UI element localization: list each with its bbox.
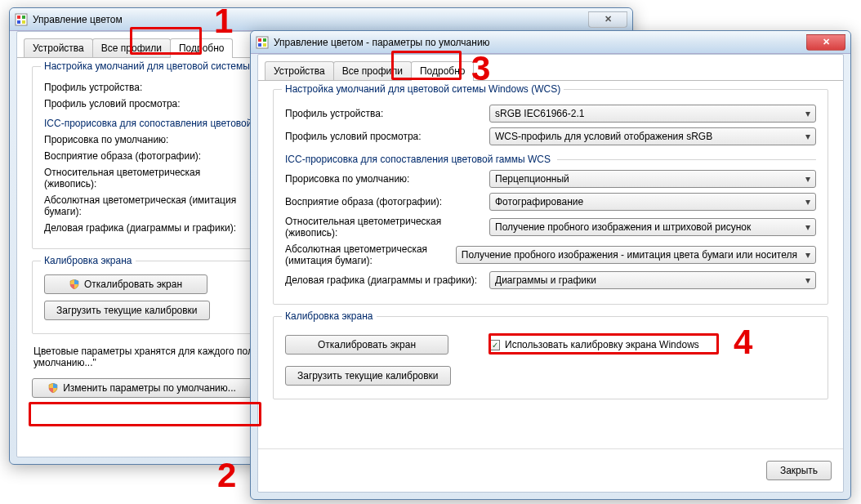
svg-rect-3 — [17, 20, 20, 24]
color-management-defaults-window: Управление цветом - параметры по умолчан… — [250, 30, 851, 500]
svg-rect-7 — [263, 38, 266, 42]
dialog-footer: Закрыть — [258, 448, 843, 492]
load-calibration-button[interactable]: Загрузить текущие калибровки — [285, 366, 451, 386]
change-defaults-button[interactable]: Изменить параметры по умолчанию... — [32, 378, 252, 398]
color-management-icon — [256, 36, 269, 49]
window-title: Управление цветом - параметры по умолчан… — [274, 37, 806, 48]
combo-value: sRGB IEC61966-2.1 — [495, 108, 584, 119]
group-legend: Калибровка экрана — [41, 255, 136, 266]
perceptual-combo[interactable]: Фотографирование — [489, 193, 816, 211]
uac-shield-icon — [69, 279, 79, 289]
tabs: Устройства Все профили Подробно — [258, 55, 843, 81]
close-button[interactable]: ✕ — [806, 34, 845, 51]
label-absolute-color: Абсолютная цветометрическая (имитация бу… — [285, 243, 456, 266]
combo-value: Получение пробного изображения и штрихов… — [495, 221, 751, 233]
relative-color-combo[interactable]: Получение пробного изображения и штрихов… — [489, 218, 816, 236]
close-dialog-button[interactable]: Закрыть — [766, 461, 832, 480]
titlebar[interactable]: Управление цветом - параметры по умолчан… — [251, 31, 850, 54]
group-legend: Настройка умолчаний для цветовой системы — [41, 60, 253, 72]
svg-rect-2 — [22, 16, 25, 19]
svg-rect-4 — [22, 20, 25, 24]
close-button[interactable]: ✕ — [588, 11, 627, 28]
tab-advanced[interactable]: Подробно — [170, 38, 234, 58]
label-relative-color: Относительная цветометрическая (живопись… — [44, 167, 248, 190]
svg-rect-6 — [258, 38, 261, 42]
combo-value: Перцепционный — [495, 173, 569, 185]
label-absolute-color: Абсолютная цветометрическая (имитация бу… — [44, 194, 248, 217]
svg-rect-9 — [263, 43, 266, 47]
use-windows-calibration-checkbox[interactable]: ✓ Использовать калибровку экрана Windows — [489, 339, 699, 350]
render-default-combo[interactable]: Перцепционный — [489, 170, 816, 188]
tab-all-profiles[interactable]: Все профили — [92, 38, 171, 57]
checkbox-box: ✓ — [489, 340, 500, 350]
close-icon: ✕ — [604, 14, 612, 25]
label-device-profile: Профиль устройства: — [285, 108, 489, 119]
svg-rect-1 — [17, 16, 20, 19]
label-relative-color: Относительная цветометрическая (живопись… — [285, 216, 489, 239]
label-perceptual: Восприятие образа (фотографии): — [285, 196, 489, 207]
load-calibration-button[interactable]: Загрузить текущие калибровки — [44, 301, 210, 320]
icc-subtitle: ICC-прорисовка для сопоставления цветово… — [285, 154, 816, 165]
button-label: Откалибровать экран — [84, 279, 182, 290]
label-business: Деловая графика (диаграммы и графики): — [44, 222, 248, 234]
label-render-default: Прорисовка по умолчанию: — [285, 173, 489, 185]
group-legend: Калибровка экрана — [282, 310, 377, 322]
window-title: Управление цветом — [33, 14, 588, 25]
checkbox-label: Использовать калибровку экрана Windows — [505, 339, 699, 350]
tab-devices[interactable]: Устройства — [265, 61, 334, 80]
label-perceptual: Восприятие образа (фотографии): — [44, 150, 248, 162]
combo-value: WCS-профиль для условий отображения sRGB — [495, 131, 712, 142]
combo-value: Получение пробного изображения - имитаци… — [462, 249, 797, 261]
button-label: Закрыть — [780, 465, 818, 476]
label-business: Деловая графика (диаграммы и графики): — [285, 274, 489, 286]
color-management-icon — [15, 13, 28, 26]
viewing-profile-combo[interactable]: WCS-профиль для условий отображения sRGB — [489, 127, 816, 145]
tab-content: Настройка умолчаний для цветовой ситемы … — [258, 81, 843, 448]
business-combo[interactable]: Диаграммы и графики — [489, 271, 816, 289]
button-label: Откалибровать экран — [318, 339, 416, 350]
absolute-color-combo[interactable]: Получение пробного изображения - имитаци… — [456, 246, 816, 264]
titlebar[interactable]: Управление цветом ✕ — [10, 8, 632, 31]
label-render-default: Прорисовка по умолчанию: — [44, 134, 248, 145]
group-legend: Настройка умолчаний для цветовой ситемы … — [282, 83, 564, 95]
tab-all-profiles[interactable]: Все профили — [333, 61, 412, 80]
button-label: Загрузить текущие калибровки — [297, 370, 439, 381]
label-device-profile: Профиль устройства: — [44, 82, 248, 93]
tab-advanced[interactable]: Подробно — [411, 61, 475, 81]
svg-rect-8 — [258, 43, 261, 47]
device-profile-combo[interactable]: sRGB IEC61966-2.1 — [489, 105, 816, 123]
label-viewing-profile: Профиль условий просмотра: — [44, 98, 248, 109]
client-area: Устройства Все профили Подробно Настройк… — [257, 54, 844, 493]
uac-shield-icon — [48, 383, 58, 393]
label-viewing-profile: Профиль условий просмотра: — [285, 131, 489, 142]
calibration-group: Калибровка экрана Откалибровать экран ✓ … — [273, 316, 828, 399]
close-icon: ✕ — [823, 37, 830, 47]
tab-devices[interactable]: Устройства — [24, 38, 93, 57]
calibrate-screen-button[interactable]: Откалибровать экран — [285, 335, 448, 355]
combo-value: Фотографирование — [495, 196, 583, 207]
calibrate-screen-button[interactable]: Откалибровать экран — [44, 274, 207, 294]
wcs-defaults-group: Настройка умолчаний для цветовой ситемы … — [273, 89, 828, 305]
button-label: Изменить параметры по умолчанию... — [63, 382, 236, 394]
combo-value: Диаграммы и графики — [495, 274, 596, 286]
button-label: Загрузить текущие калибровки — [56, 305, 198, 316]
